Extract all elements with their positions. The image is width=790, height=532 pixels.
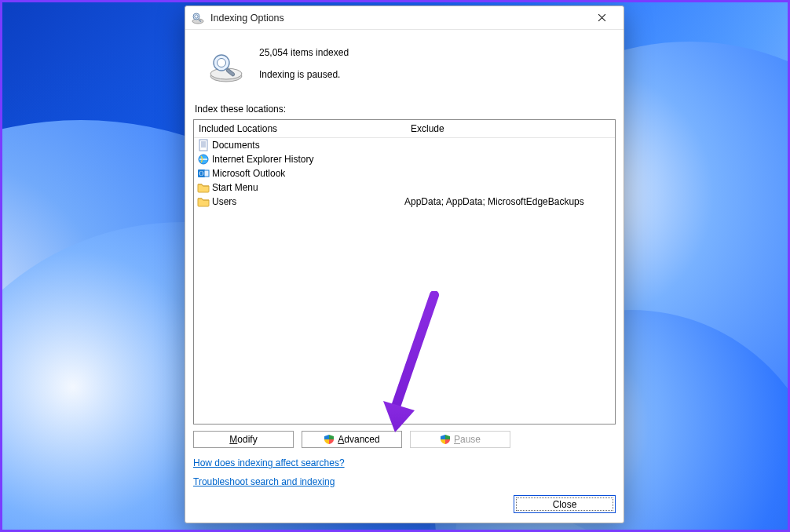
pause-button: Pause xyxy=(410,431,510,448)
action-buttons: Modify Advanced xyxy=(193,431,616,448)
folder-icon xyxy=(197,181,210,194)
list-header: Included Locations Exclude xyxy=(194,120,615,138)
location-name: Microsoft Outlook xyxy=(212,168,404,179)
svg-rect-17 xyxy=(204,170,209,177)
outlook-icon: O xyxy=(197,167,210,180)
close-button[interactable]: Close xyxy=(514,495,616,513)
dialog-title: Indexing Options xyxy=(210,13,284,24)
items-indexed-count: 25,054 items indexed xyxy=(259,47,349,58)
close-icon[interactable] xyxy=(586,8,617,28)
location-name: Internet Explorer History xyxy=(212,154,404,165)
advanced-button[interactable]: Advanced xyxy=(302,431,402,448)
location-exclude: AppData; AppData; MicrosoftEdgeBackups xyxy=(404,196,615,207)
modify-button[interactable]: Modify xyxy=(193,431,294,448)
column-included[interactable]: Included Locations xyxy=(194,120,406,137)
indexing-options-dialog: Indexing Options 25,054 items indexed In… xyxy=(185,5,624,523)
titlebar[interactable]: Indexing Options xyxy=(185,6,624,30)
location-name: Users xyxy=(212,196,404,207)
locations-label: Index these locations: xyxy=(193,97,616,119)
svg-point-2 xyxy=(195,14,198,17)
list-item[interactable]: Start Menu xyxy=(194,180,615,195)
list-item[interactable]: Documents xyxy=(194,138,615,152)
list-item[interactable]: Internet Explorer History xyxy=(194,152,615,166)
doc-icon xyxy=(197,139,210,151)
locations-list[interactable]: Included Locations Exclude DocumentsInte… xyxy=(193,119,616,425)
folder-icon xyxy=(197,195,210,208)
column-exclude[interactable]: Exclude xyxy=(406,120,615,137)
help-link-how[interactable]: How does indexing affect searches? xyxy=(193,457,345,468)
status-area: 25,054 items indexed Indexing is paused. xyxy=(193,38,616,97)
indexing-state: Indexing is paused. xyxy=(259,69,349,80)
location-name: Start Menu xyxy=(212,182,404,193)
list-item[interactable]: OMicrosoft Outlook xyxy=(194,166,615,180)
location-name: Documents xyxy=(212,140,404,151)
ie-icon xyxy=(197,153,210,166)
shield-icon xyxy=(440,434,451,445)
list-item[interactable]: UsersAppData; AppData; MicrosoftEdgeBack… xyxy=(194,195,615,209)
svg-point-7 xyxy=(218,59,226,67)
indexing-icon xyxy=(192,12,204,24)
help-link-troubleshoot[interactable]: Troubleshoot search and indexing xyxy=(193,476,335,487)
shield-icon xyxy=(324,434,335,445)
indexing-large-icon xyxy=(207,52,245,83)
svg-text:O: O xyxy=(199,170,203,177)
